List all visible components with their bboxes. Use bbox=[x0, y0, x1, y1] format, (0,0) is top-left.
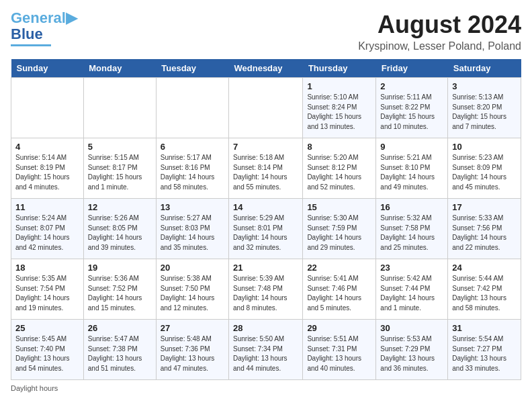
day-number: 5 bbox=[88, 142, 152, 152]
day-info: Sunrise: 5:44 AM Sunset: 7:42 PM Dayligh… bbox=[452, 274, 517, 313]
day-info: Sunrise: 5:51 AM Sunset: 7:31 PM Dayligh… bbox=[307, 334, 371, 373]
day-info: Sunrise: 5:47 AM Sunset: 7:38 PM Dayligh… bbox=[88, 334, 152, 373]
day-cell: 8Sunrise: 5:20 AM Sunset: 8:12 PM Daylig… bbox=[303, 138, 376, 199]
footer-note-text: Daylight hours bbox=[11, 384, 58, 392]
day-cell: 29Sunrise: 5:51 AM Sunset: 7:31 PM Dayli… bbox=[303, 320, 376, 380]
day-info: Sunrise: 5:30 AM Sunset: 7:59 PM Dayligh… bbox=[307, 214, 371, 253]
logo-text: General▶ bbox=[11, 11, 77, 26]
day-cell: 16Sunrise: 5:32 AM Sunset: 7:58 PM Dayli… bbox=[376, 199, 448, 259]
week-row: 25Sunrise: 5:45 AM Sunset: 7:40 PM Dayli… bbox=[11, 320, 521, 380]
day-info: Sunrise: 5:24 AM Sunset: 8:07 PM Dayligh… bbox=[15, 214, 79, 253]
day-cell: 17Sunrise: 5:33 AM Sunset: 7:56 PM Dayli… bbox=[448, 199, 521, 259]
day-number: 18 bbox=[15, 263, 79, 273]
logo-blue: ▶ bbox=[66, 9, 77, 26]
day-number: 8 bbox=[307, 142, 371, 152]
week-row: 4Sunrise: 5:14 AM Sunset: 8:19 PM Daylig… bbox=[11, 138, 521, 199]
logo: General▶ Blue bbox=[11, 11, 77, 46]
week-row: 1Sunrise: 5:10 AM Sunset: 8:24 PM Daylig… bbox=[11, 78, 521, 138]
day-number: 26 bbox=[88, 323, 152, 333]
day-number: 14 bbox=[233, 202, 298, 212]
day-number: 20 bbox=[161, 263, 224, 273]
day-number: 25 bbox=[15, 323, 79, 333]
day-cell: 3Sunrise: 5:13 AM Sunset: 8:20 PM Daylig… bbox=[448, 78, 521, 138]
day-info: Sunrise: 5:29 AM Sunset: 8:01 PM Dayligh… bbox=[233, 214, 298, 253]
day-number: 10 bbox=[452, 142, 517, 152]
day-number: 21 bbox=[233, 263, 298, 273]
col-header-tuesday: Tuesday bbox=[156, 59, 228, 78]
day-cell: 21Sunrise: 5:39 AM Sunset: 7:48 PM Dayli… bbox=[229, 259, 303, 320]
header: General▶ Blue August 2024 Kryspinow, Les… bbox=[11, 11, 521, 52]
day-info: Sunrise: 5:50 AM Sunset: 7:34 PM Dayligh… bbox=[233, 334, 298, 373]
day-cell: 7Sunrise: 5:18 AM Sunset: 8:14 PM Daylig… bbox=[229, 138, 303, 199]
day-info: Sunrise: 5:26 AM Sunset: 8:05 PM Dayligh… bbox=[88, 214, 152, 253]
day-number: 12 bbox=[88, 202, 152, 212]
day-info: Sunrise: 5:18 AM Sunset: 8:14 PM Dayligh… bbox=[233, 153, 298, 192]
day-number: 1 bbox=[307, 81, 371, 91]
day-cell: 14Sunrise: 5:29 AM Sunset: 8:01 PM Dayli… bbox=[229, 199, 303, 259]
day-cell: 22Sunrise: 5:41 AM Sunset: 7:46 PM Dayli… bbox=[303, 259, 376, 320]
col-header-thursday: Thursday bbox=[303, 59, 376, 78]
col-header-monday: Monday bbox=[83, 59, 156, 78]
logo-underline bbox=[11, 44, 51, 46]
day-number: 3 bbox=[452, 81, 517, 91]
day-cell: 9Sunrise: 5:21 AM Sunset: 8:10 PM Daylig… bbox=[376, 138, 448, 199]
day-info: Sunrise: 5:35 AM Sunset: 7:54 PM Dayligh… bbox=[15, 274, 79, 313]
day-cell: 20Sunrise: 5:38 AM Sunset: 7:50 PM Dayli… bbox=[156, 259, 228, 320]
day-info: Sunrise: 5:13 AM Sunset: 8:20 PM Dayligh… bbox=[452, 93, 517, 132]
day-info: Sunrise: 5:14 AM Sunset: 8:19 PM Dayligh… bbox=[15, 153, 79, 192]
day-cell: 6Sunrise: 5:17 AM Sunset: 8:16 PM Daylig… bbox=[156, 138, 228, 199]
logo-general: General bbox=[11, 9, 66, 26]
day-number: 28 bbox=[233, 323, 298, 333]
day-cell bbox=[156, 78, 228, 138]
day-number: 6 bbox=[161, 142, 224, 152]
day-cell: 15Sunrise: 5:30 AM Sunset: 7:59 PM Dayli… bbox=[303, 199, 376, 259]
col-header-sunday: Sunday bbox=[11, 59, 84, 78]
header-row: SundayMondayTuesdayWednesdayThursdayFrid… bbox=[11, 59, 521, 78]
day-number: 2 bbox=[380, 81, 443, 91]
logo-blue-text: Blue bbox=[11, 26, 43, 43]
day-cell: 5Sunrise: 5:15 AM Sunset: 8:17 PM Daylig… bbox=[83, 138, 156, 199]
day-info: Sunrise: 5:53 AM Sunset: 7:29 PM Dayligh… bbox=[380, 334, 443, 373]
day-cell bbox=[11, 78, 84, 138]
day-cell: 10Sunrise: 5:23 AM Sunset: 8:09 PM Dayli… bbox=[448, 138, 521, 199]
day-cell: 19Sunrise: 5:36 AM Sunset: 7:52 PM Dayli… bbox=[83, 259, 156, 320]
col-header-friday: Friday bbox=[376, 59, 448, 78]
day-number: 24 bbox=[452, 263, 517, 273]
day-info: Sunrise: 5:42 AM Sunset: 7:44 PM Dayligh… bbox=[380, 274, 443, 313]
day-cell: 24Sunrise: 5:44 AM Sunset: 7:42 PM Dayli… bbox=[448, 259, 521, 320]
day-cell: 2Sunrise: 5:11 AM Sunset: 8:22 PM Daylig… bbox=[376, 78, 448, 138]
day-cell: 25Sunrise: 5:45 AM Sunset: 7:40 PM Dayli… bbox=[11, 320, 84, 380]
day-info: Sunrise: 5:21 AM Sunset: 8:10 PM Dayligh… bbox=[380, 153, 443, 192]
day-number: 16 bbox=[380, 202, 443, 212]
day-cell: 13Sunrise: 5:27 AM Sunset: 8:03 PM Dayli… bbox=[156, 199, 228, 259]
day-cell bbox=[83, 78, 156, 138]
day-number: 17 bbox=[452, 202, 517, 212]
day-cell: 1Sunrise: 5:10 AM Sunset: 8:24 PM Daylig… bbox=[303, 78, 376, 138]
day-number: 30 bbox=[380, 323, 443, 333]
location-title: Kryspinow, Lesser Poland, Poland bbox=[358, 40, 521, 52]
col-header-wednesday: Wednesday bbox=[229, 59, 303, 78]
month-title: August 2024 bbox=[358, 11, 521, 39]
day-cell: 28Sunrise: 5:50 AM Sunset: 7:34 PM Dayli… bbox=[229, 320, 303, 380]
day-cell: 26Sunrise: 5:47 AM Sunset: 7:38 PM Dayli… bbox=[83, 320, 156, 380]
day-info: Sunrise: 5:17 AM Sunset: 8:16 PM Dayligh… bbox=[161, 153, 224, 192]
day-info: Sunrise: 5:45 AM Sunset: 7:40 PM Dayligh… bbox=[15, 334, 79, 373]
day-number: 31 bbox=[452, 323, 517, 333]
day-number: 4 bbox=[15, 142, 79, 152]
day-info: Sunrise: 5:39 AM Sunset: 7:48 PM Dayligh… bbox=[233, 274, 298, 313]
day-info: Sunrise: 5:54 AM Sunset: 7:27 PM Dayligh… bbox=[452, 334, 517, 373]
footer-note: Daylight hours bbox=[11, 384, 521, 392]
day-number: 27 bbox=[161, 323, 224, 333]
day-number: 23 bbox=[380, 263, 443, 273]
day-info: Sunrise: 5:15 AM Sunset: 8:17 PM Dayligh… bbox=[88, 153, 152, 192]
day-cell bbox=[229, 78, 303, 138]
col-header-saturday: Saturday bbox=[448, 59, 521, 78]
day-cell: 11Sunrise: 5:24 AM Sunset: 8:07 PM Dayli… bbox=[11, 199, 84, 259]
day-cell: 27Sunrise: 5:48 AM Sunset: 7:36 PM Dayli… bbox=[156, 320, 228, 380]
day-cell: 23Sunrise: 5:42 AM Sunset: 7:44 PM Dayli… bbox=[376, 259, 448, 320]
day-number: 29 bbox=[307, 323, 371, 333]
title-area: August 2024 Kryspinow, Lesser Poland, Po… bbox=[358, 11, 521, 52]
day-info: Sunrise: 5:10 AM Sunset: 8:24 PM Dayligh… bbox=[307, 93, 371, 132]
day-info: Sunrise: 5:33 AM Sunset: 7:56 PM Dayligh… bbox=[452, 214, 517, 253]
day-info: Sunrise: 5:38 AM Sunset: 7:50 PM Dayligh… bbox=[161, 274, 224, 313]
